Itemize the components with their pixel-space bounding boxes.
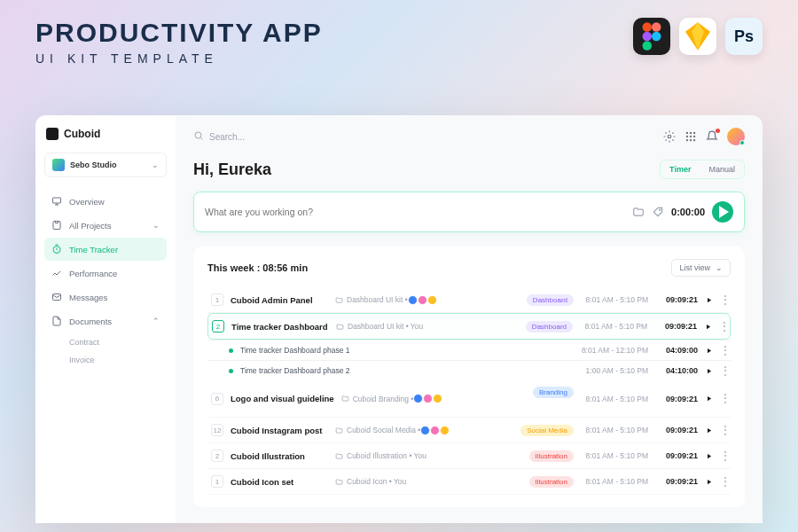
folder-icon [335, 426, 343, 434]
assignee-avatar [408, 295, 418, 305]
folder-icon[interactable] [632, 206, 645, 218]
play-icon[interactable] [705, 296, 713, 304]
sketch-icon [679, 18, 716, 55]
entry-time-range: 8:01 AM - 5:10 PM [581, 395, 648, 403]
more-menu-icon[interactable]: ⋮ [720, 369, 727, 373]
time-tracker-icon [51, 244, 62, 254]
project-tag: Dashboard [526, 321, 573, 332]
settings-icon[interactable] [663, 130, 676, 143]
svg-point-0 [643, 22, 653, 32]
nav-label: Performance [69, 269, 117, 278]
workspace-icon [52, 159, 65, 171]
time-entry-row[interactable]: 12Cuboid Instagram post Cuboid Social Me… [207, 418, 731, 443]
play-icon[interactable] [705, 452, 713, 460]
assignee-avatar [440, 426, 450, 435]
sidebar-item-documents[interactable]: Documents⌃ [44, 309, 167, 332]
sidebar-item-all-projects[interactable]: All Projects⌄ [44, 214, 167, 237]
view-selector[interactable]: List view ⌄ [671, 259, 731, 277]
folder-icon [335, 296, 343, 304]
svg-point-14 [686, 136, 688, 137]
brand-name: Cuboid [64, 128, 100, 140]
time-entry-row[interactable]: 6Logo and visual guideline Cuboid Brandi… [207, 380, 731, 418]
project-tag: Branding [533, 387, 574, 398]
entry-title: Cuboid Instagram post [231, 426, 328, 435]
more-menu-icon[interactable]: ⋮ [720, 480, 727, 484]
svg-point-20 [660, 209, 661, 210]
entry-count: 2 [212, 320, 224, 332]
play-icon[interactable] [705, 347, 713, 355]
greeting: Hi, Eureka [193, 160, 271, 179]
user-avatar[interactable] [727, 128, 745, 145]
apps-grid-icon[interactable] [685, 130, 697, 143]
notifications-icon[interactable] [706, 130, 718, 143]
svg-rect-5 [53, 198, 61, 203]
nav-label: Overview [69, 197, 105, 207]
start-timer-button[interactable] [712, 201, 733, 223]
play-icon[interactable] [704, 323, 712, 331]
more-menu-icon[interactable]: ⋮ [720, 298, 727, 302]
entry-title: Logo and visual guideline [231, 394, 334, 403]
app-badges: Ps [633, 18, 763, 55]
entry-time-range: 8:01 AM - 5:10 PM [581, 451, 648, 460]
folder-icon [336, 323, 344, 331]
time-entry-subtask[interactable]: Time tracker Dashboard phase 21:00 AM - … [207, 360, 731, 380]
entries-panel: This week : 08:56 min List view ⌄ 1Cuboi… [193, 246, 745, 507]
sidebar-subitem-contract[interactable]: Contract [44, 333, 167, 351]
entry-duration: 09:09:21 [655, 426, 698, 434]
workspace-selector[interactable]: Sebo Studio ⌄ [44, 153, 167, 177]
entry-meta: Cuboid Icon • You [335, 477, 522, 486]
subtask-title: Time tracker Dashboard phase 1 [240, 346, 574, 355]
more-menu-icon[interactable]: ⋮ [720, 348, 727, 353]
sidebar-item-overview[interactable]: Overview [44, 190, 167, 213]
svg-point-11 [686, 132, 688, 134]
play-icon[interactable] [705, 395, 713, 403]
time-entry-row[interactable]: 1Cuboid Admin Panel Dashboard UI kit • D… [207, 287, 731, 313]
more-menu-icon[interactable]: ⋮ [719, 325, 726, 329]
entry-duration: 09:09:21 [655, 295, 698, 304]
sidebar-item-time-tracker[interactable]: Time Tracker [44, 238, 167, 261]
entry-title: Cuboid Icon set [231, 477, 328, 487]
more-menu-icon[interactable]: ⋮ [720, 454, 727, 458]
performance-icon [51, 268, 62, 278]
play-icon[interactable] [705, 478, 713, 486]
sidebar-subitem-invoice[interactable]: Invoice [44, 351, 167, 369]
sidebar-item-messages[interactable]: Messages [44, 286, 167, 309]
subtask-title: Time tracker Dashboard phase 2 [240, 366, 574, 375]
app-window: Cuboid Sebo Studio ⌄ OverviewAll Project… [35, 115, 763, 523]
time-entry-row[interactable]: 2Cuboid Illustration Cuboid Illustration… [207, 443, 731, 469]
svg-point-4 [643, 41, 653, 51]
entry-count: 1 [211, 475, 223, 488]
task-input[interactable] [205, 207, 625, 217]
figma-icon [633, 18, 670, 55]
sidebar-item-performance[interactable]: Performance [44, 262, 167, 285]
subtask-duration: 04:09:00 [655, 346, 698, 355]
folder-icon [341, 395, 349, 403]
entry-time-range: 8:01 AM - 5:10 PM [581, 295, 648, 304]
play-icon[interactable] [705, 426, 713, 434]
play-icon[interactable] [705, 367, 713, 375]
documents-icon [51, 316, 62, 326]
svg-point-12 [690, 132, 692, 134]
timer-mode-button[interactable]: Timer [661, 160, 700, 178]
entry-duration: 09:09:21 [654, 322, 697, 331]
svg-point-13 [693, 132, 695, 134]
more-menu-icon[interactable]: ⋮ [720, 428, 727, 433]
view-label: List view [679, 263, 710, 272]
project-tag: Social Media [520, 425, 574, 436]
time-entry-subtask[interactable]: Time tracker Dashboard phase 18:01 AM - … [207, 340, 731, 360]
assignee-avatar [423, 394, 433, 403]
svg-point-15 [690, 136, 692, 137]
brand: Cuboid [44, 128, 167, 140]
messages-icon [51, 292, 62, 302]
time-entry-row[interactable]: 1Cuboid Icon set Cuboid Icon • YouIllust… [207, 469, 731, 495]
svg-point-3 [652, 32, 661, 42]
tag-icon[interactable] [652, 206, 664, 218]
time-entry-row[interactable]: 2Time tracker Dashboard Dashboard UI kit… [207, 313, 731, 340]
manual-mode-button[interactable]: Manual [700, 160, 744, 178]
search-input[interactable]: Search... [193, 130, 654, 143]
workspace-name: Sebo Studio [70, 160, 146, 169]
photoshop-icon: Ps [725, 18, 763, 55]
more-menu-icon[interactable]: ⋮ [720, 396, 727, 401]
entry-title: Cuboid Illustration [231, 451, 328, 461]
sidebar: Cuboid Sebo Studio ⌄ OverviewAll Project… [35, 115, 176, 523]
